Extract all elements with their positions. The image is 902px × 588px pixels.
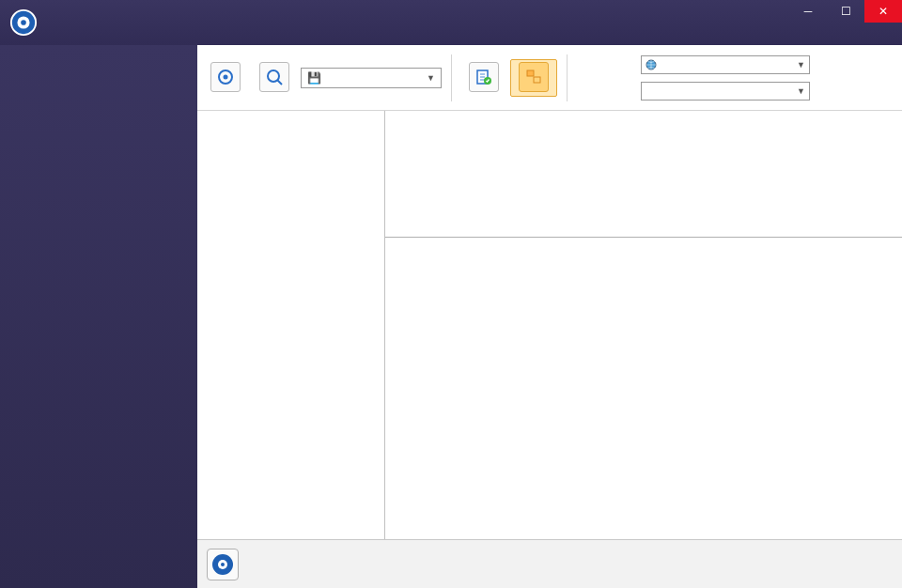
info-disk-icon	[207, 549, 239, 580]
show-combo[interactable]: ▼	[641, 82, 810, 101]
minimize-button[interactable]: ─	[789, 0, 827, 23]
close-button[interactable]: ✕	[864, 0, 902, 23]
gear-icon	[210, 62, 241, 92]
status-bar	[197, 539, 902, 588]
drive-icon: 💾	[307, 71, 321, 85]
analyze-button[interactable]	[252, 60, 297, 96]
pie-chart[interactable]	[393, 245, 754, 532]
files-tab[interactable]	[461, 60, 506, 96]
chevron-down-icon: ▼	[427, 73, 435, 83]
svg-point-2	[21, 20, 26, 25]
sidebar	[0, 45, 197, 588]
magnify-disk-icon	[259, 62, 289, 92]
folder-tree[interactable]	[197, 111, 385, 539]
titlebar: ─ ☐ ✕	[0, 0, 902, 45]
svg-line-6	[277, 80, 282, 85]
files-icon	[469, 62, 499, 92]
maximize-button[interactable]: ☐	[827, 0, 864, 23]
globe-icon	[645, 59, 657, 70]
file-list[interactable]	[385, 111, 902, 238]
app-logo-icon	[9, 8, 38, 37]
toolbar: 💾 ▼ ▼ ▼	[197, 45, 902, 111]
window-controls: ─ ☐ ✕	[789, 0, 902, 23]
options-button[interactable]	[203, 60, 248, 96]
chevron-down-icon: ▼	[797, 86, 805, 96]
chart-combo[interactable]: ▼	[641, 55, 810, 74]
drive-selector[interactable]: 💾 ▼	[301, 68, 442, 88]
main-panel: 💾 ▼ ▼ ▼	[197, 45, 902, 588]
svg-point-14	[221, 563, 225, 566]
svg-rect-9	[527, 70, 534, 76]
structure-tab[interactable]	[510, 59, 557, 97]
chart-area	[385, 238, 902, 539]
svg-rect-10	[534, 77, 540, 83]
chevron-down-icon: ▼	[797, 60, 805, 70]
license-label	[0, 560, 197, 588]
chart-legend	[754, 245, 894, 532]
svg-point-4	[224, 74, 228, 79]
structure-icon	[519, 62, 549, 92]
